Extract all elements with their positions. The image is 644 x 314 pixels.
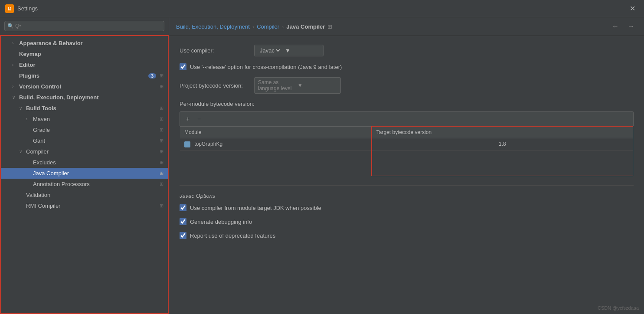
titlebar: IJ Settings ✕: [0, 0, 644, 17]
sidebar-item-keymap[interactable]: Keymap: [1, 49, 168, 59]
sidebar-item-compiler[interactable]: ∨ Compiler ⊞: [1, 146, 168, 157]
breadcrumb-compiler[interactable]: Compiler: [257, 23, 279, 30]
arrow-icon: ›: [12, 84, 19, 89]
pin-icon: ⊞: [160, 181, 163, 187]
sidebar-item-label: Maven: [33, 116, 158, 122]
javac-option-checkbox-1[interactable]: [180, 218, 186, 225]
javac-option-row-1: Generate debugging info: [180, 218, 634, 225]
pin-icon: ⊞: [160, 160, 163, 165]
pin-icon: ⊞: [160, 116, 163, 122]
sidebar-item-label: Java Compiler: [33, 170, 158, 177]
sidebar-item-label: RMI Compiler: [26, 203, 158, 209]
settings-content: Use compiler: Javac ▼ Use '--release' op…: [169, 36, 644, 314]
breadcrumb-bar: Build, Execution, Deployment › Compiler …: [169, 17, 644, 36]
sidebar-item-label: Plugins: [19, 72, 148, 79]
javac-option-label-0: Use compiler from module target JDK when…: [190, 205, 321, 211]
settings-window: IJ Settings ✕ 🔍 › Appearance & Behavior: [0, 0, 644, 314]
sidebar-item-label: Build Tools: [26, 105, 158, 111]
sidebar-item-editor[interactable]: › Editor: [1, 59, 168, 70]
sidebar-item-appearance[interactable]: › Appearance & Behavior: [1, 38, 168, 49]
arrow-icon: ›: [12, 62, 19, 67]
sidebar-item-plugins[interactable]: Plugins 3 ⊞: [1, 70, 168, 81]
module-name-cell: topGraphKg: [180, 138, 372, 150]
arrow-icon: ∨: [12, 95, 19, 100]
empty-version-cell: [372, 150, 633, 176]
javac-option-checkbox-2[interactable]: [180, 232, 186, 239]
sidebar-item-gradle[interactable]: Gradle ⊞: [1, 124, 168, 135]
main-panel: Build, Execution, Deployment › Compiler …: [169, 17, 644, 314]
breadcrumb-sep-1: ›: [252, 23, 254, 30]
sidebar-item-label: Annotation Processors: [33, 181, 158, 187]
breadcrumb-pin-icon: ⊞: [327, 23, 332, 30]
release-option-label: Use '--release' option for cross-compila…: [190, 64, 342, 70]
search-box: 🔍: [0, 17, 169, 35]
module-icon: [184, 141, 190, 147]
breadcrumb-current: Java Compiler: [287, 23, 325, 30]
pin-icon: ⊞: [160, 149, 163, 154]
sidebar-item-label: Appearance & Behavior: [19, 40, 163, 46]
sidebar-item-validation[interactable]: Validation: [1, 190, 168, 200]
sidebar-item-annotation-processors[interactable]: Annotation Processors ⊞: [1, 179, 168, 190]
app-icon: IJ: [5, 4, 14, 13]
arrow-icon: ›: [26, 117, 33, 121]
back-button[interactable]: ←: [609, 22, 621, 31]
sidebar-item-label: Validation: [26, 192, 163, 198]
breadcrumb-build-execution[interactable]: Build, Execution, Deployment: [176, 23, 250, 30]
sidebar-item-excludes[interactable]: Excludes ⊞: [1, 157, 168, 168]
pin-icon: ⊞: [160, 73, 163, 78]
compiler-dropdown[interactable]: Javac: [258, 47, 281, 54]
release-option-checkbox[interactable]: [180, 63, 186, 70]
javac-option-row-2: Report use of deprecated features: [180, 232, 634, 239]
javac-option-row-0: Use compiler from module target JDK when…: [180, 204, 634, 211]
sidebar-item-label: Compiler: [26, 148, 158, 155]
arrow-icon: ∨: [19, 106, 26, 111]
search-icon: 🔍: [7, 23, 14, 29]
sidebar-item-label: Build, Execution, Deployment: [19, 94, 163, 101]
sidebar: 🔍 › Appearance & Behavior Keymap ›: [0, 17, 169, 314]
target-bytecode-col-header: Target bytecode version: [372, 126, 633, 138]
sidebar-item-java-compiler[interactable]: Java Compiler ⊞: [1, 168, 168, 179]
pin-icon: ⊞: [160, 138, 163, 144]
sidebar-item-label: Editor: [19, 62, 163, 68]
target-version-cell: 1.8: [372, 138, 633, 150]
sidebar-item-label: Gant: [33, 137, 158, 144]
sidebar-item-rmi-compiler[interactable]: RMI Compiler ⊞: [1, 200, 168, 211]
sidebar-item-maven[interactable]: › Maven ⊞: [1, 114, 168, 124]
pin-icon: ⊞: [160, 203, 163, 209]
breadcrumb-actions: ← →: [609, 22, 637, 31]
arrow-icon: ›: [12, 41, 19, 46]
sidebar-item-build-execution[interactable]: ∨ Build, Execution, Deployment: [1, 92, 168, 103]
breadcrumb-sep-2: ›: [282, 23, 284, 30]
bytecode-dropdown[interactable]: Same as language level ▼: [254, 77, 341, 94]
search-input[interactable]: [4, 21, 164, 31]
add-module-button[interactable]: +: [183, 114, 193, 124]
javac-options-title: Javac Options: [180, 193, 634, 199]
table-row: topGraphKg 1.8: [180, 138, 634, 150]
release-option-row: Use '--release' option for cross-compila…: [180, 63, 634, 70]
empty-cell: [180, 150, 372, 176]
sidebar-item-gant[interactable]: Gant ⊞: [1, 135, 168, 146]
watermark: CSDN @ycfszdaaa: [598, 305, 639, 311]
plugins-badge: 3: [148, 73, 156, 78]
arrow-icon: ∨: [19, 149, 26, 154]
sidebar-item-label: Version Control: [19, 83, 158, 90]
bytecode-value: Same as language level: [258, 79, 297, 92]
dropdown-arrow-icon: ▼: [285, 47, 291, 54]
per-module-label: Per-module bytecode version:: [180, 101, 634, 107]
section-divider: [180, 185, 634, 186]
forward-button[interactable]: →: [625, 22, 637, 31]
sidebar-item-label: Excludes: [33, 159, 158, 166]
sidebar-item-version-control[interactable]: › Version Control ⊞: [1, 81, 168, 92]
javac-option-checkbox-0[interactable]: [180, 204, 186, 211]
window-title: Settings: [17, 5, 626, 12]
pin-icon: ⊞: [160, 105, 163, 111]
close-button[interactable]: ✕: [626, 3, 639, 14]
module-name: topGraphKg: [194, 141, 222, 147]
javac-option-label-2: Report use of deprecated features: [190, 232, 275, 239]
compiler-select[interactable]: Javac ▼: [254, 45, 324, 56]
sidebar-item-build-tools[interactable]: ∨ Build Tools ⊞: [1, 103, 168, 114]
bytecode-dropdown-arrow-icon: ▼: [297, 82, 337, 88]
use-compiler-row: Use compiler: Javac ▼: [180, 45, 634, 56]
remove-module-button[interactable]: −: [194, 114, 204, 124]
pin-icon: ⊞: [160, 170, 163, 176]
